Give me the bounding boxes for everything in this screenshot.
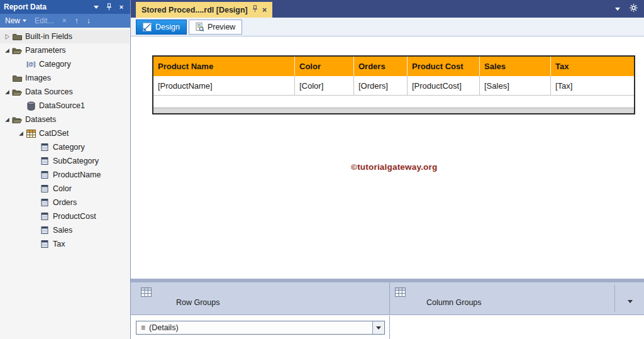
preview-tab-label: Preview	[208, 23, 235, 31]
tree-item-productcost[interactable]: ProductCost	[0, 209, 130, 223]
column-groups-grid-icon	[395, 287, 406, 299]
parameter-icon: [@]	[25, 61, 36, 67]
folder-open-icon	[11, 88, 23, 96]
view-tab-strip: Design Preview	[131, 18, 644, 36]
tree-item-subcategory[interactable]: SubCategory	[0, 154, 130, 168]
field-icon	[39, 143, 50, 151]
new-button-label: New	[5, 16, 20, 25]
tablix-header-row: Product NameColorOrdersProduct CostSales…	[153, 57, 634, 76]
tree-item-category[interactable]: Category	[0, 140, 130, 154]
edit-button[interactable]: Edit...	[35, 16, 54, 25]
folder-icon	[11, 33, 23, 41]
tree-item-label: Datasets	[25, 115, 56, 124]
tree-item-label: Images	[25, 74, 51, 82]
pin-icon[interactable]	[252, 5, 258, 14]
tree-expander-expanded-icon[interactable]	[3, 48, 11, 53]
tablix-header-cell-3[interactable]: Product Cost	[408, 57, 480, 76]
details-group-label: (Details)	[149, 323, 179, 332]
open-files-chevron-down-icon[interactable]	[615, 8, 620, 11]
tree-expander-expanded-icon[interactable]	[3, 117, 11, 123]
column-groups-label: Column Groups	[426, 298, 482, 307]
document-well: Stored Proced....rdl [Design] ×	[131, 0, 644, 18]
grouping-pane-collapse-chevron-icon[interactable]	[628, 296, 633, 305]
close-icon[interactable]: ×	[116, 2, 126, 12]
tree-item-label: ProductName	[53, 170, 101, 179]
tree-expander-expanded-icon[interactable]	[3, 89, 11, 95]
tree-item-label: DataSource1	[39, 101, 85, 110]
tree-item-category[interactable]: [@]Category	[0, 57, 130, 71]
tree-item-label: Parameters	[25, 46, 66, 55]
document-tab[interactable]: Stored Proced....rdl [Design] ×	[136, 2, 272, 18]
folder-open-icon	[11, 47, 23, 55]
details-group-item[interactable]: ≡ (Details)	[136, 321, 385, 335]
row-groups-label: Row Groups	[176, 298, 219, 307]
chevron-down-icon	[23, 19, 26, 22]
tablix-data-cell-3[interactable]: [ProductCost]	[408, 76, 480, 96]
report-data-toolbar: New Edit... × ↑ ↓	[0, 14, 130, 28]
tree-item-label: Color	[53, 184, 72, 193]
tablix-header-cell-4[interactable]: Sales	[480, 57, 551, 76]
tab-design[interactable]: Design	[136, 19, 187, 35]
grouping-pane-header: Row Groups Column Groups	[131, 282, 644, 315]
new-button[interactable]: New	[5, 16, 26, 25]
pin-icon[interactable]	[104, 2, 114, 12]
tablix-data-cell-1[interactable]: [Color]	[295, 76, 354, 96]
tablix-data-cell-4[interactable]: [Sales]	[480, 76, 551, 96]
pane-title: Report Data	[4, 3, 47, 11]
report-tablix[interactable]: Product NameColorOrdersProduct CostSales…	[152, 55, 635, 114]
field-icon	[39, 185, 50, 192]
tab-preview[interactable]: Preview	[189, 19, 242, 35]
tree-item-color[interactable]: Color	[0, 182, 130, 196]
grouping-pane-content: ≡ (Details)	[131, 316, 644, 339]
tree-item-label: Built-in Fields	[25, 32, 72, 41]
tree-item-built-in-fields[interactable]: Built-in Fields	[0, 30, 130, 43]
tree-item-label: Category	[53, 143, 85, 152]
tree-item-productname[interactable]: ProductName	[0, 168, 130, 182]
document-tab-title: Stored Proced....rdl [Design]	[142, 6, 248, 14]
tablix-header-cell-2[interactable]: Orders	[354, 57, 408, 76]
tree-item-tax[interactable]: Tax	[0, 237, 130, 251]
pane-menu-chevron-down-icon[interactable]	[91, 2, 101, 12]
document-area: Stored Proced....rdl [Design] × Design	[131, 0, 644, 339]
tablix-header-cell-1[interactable]: Color	[295, 57, 354, 76]
delete-icon[interactable]: ×	[62, 16, 67, 25]
report-data-pane-header[interactable]: Report Data ×	[0, 0, 130, 14]
tree-item-data-sources[interactable]: Data Sources	[0, 85, 130, 99]
group-item-icon: ≡	[141, 323, 145, 332]
field-icon	[39, 199, 50, 206]
move-up-icon[interactable]: ↑	[75, 16, 79, 25]
tree-item-catdset[interactable]: CatDSet	[0, 126, 130, 140]
dataset-icon	[25, 130, 36, 138]
tablix-header-cell-5[interactable]: Tax	[551, 57, 634, 76]
gear-icon[interactable]	[630, 4, 638, 14]
tree-item-datasource1[interactable]: DataSource1	[0, 99, 130, 113]
tablix-data-cell-5[interactable]: [Tax]	[551, 76, 634, 96]
tree-expander-expanded-icon[interactable]	[16, 131, 25, 136]
move-down-icon[interactable]: ↓	[87, 16, 91, 25]
tablix-data-cell-2[interactable]: [Orders]	[354, 76, 408, 96]
row-groups-grid-icon	[141, 287, 152, 299]
details-dropdown-button[interactable]	[372, 321, 384, 334]
tablix-bottom-strip	[153, 108, 634, 113]
tree-item-orders[interactable]: Orders	[0, 196, 130, 209]
tree-item-label: Orders	[53, 198, 77, 207]
tree-expander-collapsed-icon[interactable]	[3, 34, 11, 40]
field-icon	[39, 226, 50, 234]
field-icon	[39, 240, 50, 248]
close-icon[interactable]: ×	[262, 6, 267, 14]
tablix-header-cell-0[interactable]: Product Name	[153, 57, 295, 76]
tablix-data-row: [ProductName][Color][Orders][ProductCost…	[153, 76, 634, 96]
tree-item-sales[interactable]: Sales	[0, 223, 130, 237]
tree-item-images[interactable]: Images	[0, 71, 130, 85]
design-icon	[143, 23, 152, 31]
tree-item-label: Sales	[53, 226, 72, 235]
design-tab-label: Design	[155, 23, 180, 31]
tree-item-parameters[interactable]: Parameters	[0, 43, 130, 57]
folder-open-icon	[11, 116, 23, 124]
design-surface[interactable]: Product NameColorOrdersProduct CostSales…	[131, 36, 644, 279]
tree-item-label: Data Sources	[25, 87, 73, 96]
tablix-data-cell-0[interactable]: [ProductName]	[153, 76, 295, 96]
field-icon	[39, 213, 50, 220]
tree-item-datasets[interactable]: Datasets	[0, 113, 130, 126]
tree-item-label: ProductCost	[53, 212, 96, 221]
